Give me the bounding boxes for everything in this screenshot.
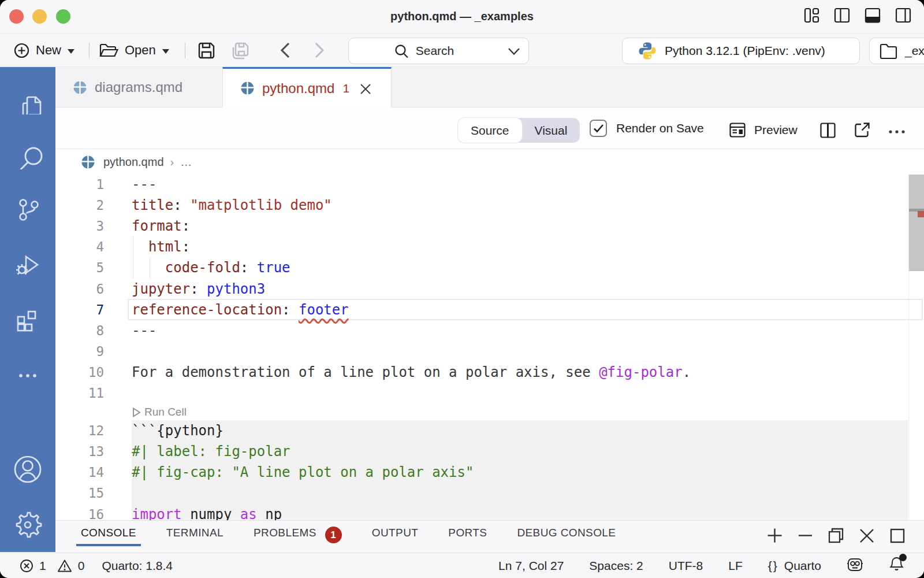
panel-restore-button[interactable] (828, 528, 844, 546)
preview-icon (729, 121, 746, 139)
open-in-new-window-button[interactable] (854, 121, 871, 141)
line-number: 3 (55, 216, 104, 236)
quarto-file-icon (240, 81, 255, 95)
toolbar-divider (89, 43, 90, 58)
activity-settings-icon[interactable] (0, 510, 55, 540)
code-line-4: html: (132, 236, 190, 257)
breadcrumb-more[interactable]: … (180, 155, 193, 169)
check-icon (593, 124, 604, 133)
split-editor-button[interactable] (819, 122, 836, 141)
panel-tab-output[interactable]: OUTPUT (372, 521, 419, 553)
panel-tab-label: DEBUG CONSOLE (517, 527, 616, 539)
activity-explorer-icon[interactable] (0, 84, 55, 114)
open-button[interactable]: Open (99, 34, 169, 66)
toggle-secondary-sidebar-icon[interactable] (895, 8, 911, 23)
tab-problem-badge: 1 (342, 81, 349, 95)
toolbar-divider (185, 43, 185, 58)
folder-icon (880, 43, 897, 59)
window-title: python.qmd — _examples (0, 0, 924, 34)
source-mode-button[interactable]: Source (458, 118, 522, 143)
interpreter-label: Python 3.12.1 (PipEnv: .venv) (665, 44, 825, 58)
panel-tab-label: PORTS (448, 527, 487, 539)
new-label: New (36, 43, 61, 58)
language-mode-status[interactable]: {} Quarto (768, 559, 821, 573)
save-all-button[interactable] (230, 34, 252, 66)
code-editor[interactable]: 12345678910111213141516 ---title: "matpl… (55, 175, 924, 520)
save-button[interactable] (197, 34, 216, 66)
panel-minimize-button[interactable] (798, 528, 813, 546)
run-cell-code-lens[interactable]: Run Cell (132, 403, 187, 421)
line-number: 8 (55, 320, 104, 341)
activity-search-icon[interactable] (0, 139, 55, 169)
warning-triangle-icon (57, 559, 72, 573)
panel-tab-console[interactable]: CONSOLE (81, 521, 136, 553)
line-number: 4 (55, 236, 104, 257)
customize-layout-icon[interactable] (804, 8, 819, 23)
workspace-selector[interactable]: _examples (869, 38, 924, 64)
more-actions-button[interactable] (888, 126, 906, 136)
problems-count-badge: 1 (325, 527, 342, 543)
navigate-forward-button[interactable] (314, 34, 326, 66)
problems-status[interactable]: 1 0 (20, 559, 84, 573)
line-number: 13 (55, 441, 104, 462)
quarto-version-status[interactable]: Quarto: 1.8.4 (102, 559, 173, 573)
tab-diagrams.qmd[interactable]: diagrams.qmd (55, 67, 222, 108)
chevron-right-icon (314, 42, 326, 59)
new-button[interactable]: New (14, 34, 74, 66)
bottom-panel: CONSOLETERMINALPROBLEMS1OUTPUTPORTSDEBUG… (55, 520, 924, 553)
search-icon (394, 44, 409, 58)
scrollbar-thumb[interactable] (909, 175, 924, 271)
app-window: python.qmd — _examples (0, 0, 924, 578)
notifications-bell[interactable] (889, 556, 904, 575)
panel-tab-terminal[interactable]: TERMINAL (166, 521, 223, 553)
cursor-position-status[interactable]: Ln 7, Col 27 (498, 559, 564, 573)
panel-tab-ports[interactable]: PORTS (448, 521, 487, 553)
toggle-sidebar-icon[interactable] (834, 8, 850, 23)
error-circle-icon (20, 559, 33, 573)
eol-status[interactable]: LF (728, 559, 743, 573)
navigate-back-button[interactable] (279, 34, 291, 66)
save-all-icon (230, 40, 252, 61)
breadcrumb: python.qmd › … (55, 149, 924, 175)
editor-tabs: diagrams.qmdpython.qmd1 (55, 67, 924, 108)
global-search-box[interactable]: Search (348, 38, 529, 64)
encoding-status[interactable]: UTF-8 (669, 559, 703, 573)
indentation-status[interactable]: Spaces: 2 (589, 559, 643, 573)
activity-extensions-icon[interactable] (0, 305, 55, 335)
top-action-bar: New Open (0, 34, 924, 67)
line-number: 15 (55, 483, 104, 503)
tab-python.qmd[interactable]: python.qmd1 (222, 67, 392, 108)
tab-label: diagrams.qmd (95, 79, 182, 95)
tab-close-icon[interactable] (359, 83, 372, 95)
render-on-save-checkbox[interactable] (590, 120, 607, 137)
breadcrumb-file[interactable]: python.qmd (103, 155, 164, 169)
panel-close-button[interactable] (859, 528, 874, 546)
code-line-3: format: (132, 216, 190, 236)
activity-run-and-debug-icon[interactable] (0, 250, 55, 280)
quarto-file-icon (81, 155, 95, 169)
interpreter-selector[interactable]: Python 3.12.1 (PipEnv: .venv) (622, 38, 860, 64)
code-line-2: title: "matplotlib demo" (132, 195, 332, 216)
assistant-face-icon (847, 557, 863, 572)
line-number: 16 (55, 504, 104, 521)
activity-account-icon[interactable] (0, 454, 55, 484)
preview-button[interactable]: Preview (729, 121, 798, 139)
panel-tab-problems[interactable]: PROBLEMS1 (254, 521, 342, 553)
plus-circle-icon (14, 43, 29, 58)
visual-mode-button[interactable]: Visual (522, 118, 580, 143)
code-line-8: --- (132, 320, 157, 341)
chevron-left-icon (279, 42, 291, 59)
panel-layout-button[interactable] (890, 528, 905, 546)
activity-source-control-icon[interactable] (0, 194, 55, 224)
play-icon (132, 407, 141, 417)
feedback-button[interactable] (847, 557, 863, 575)
panel-tab-debug-console[interactable]: DEBUG CONSOLE (517, 521, 616, 553)
panel-add-button[interactable] (767, 528, 783, 546)
activity-bar (0, 67, 55, 552)
line-number: 6 (55, 279, 104, 299)
activity-more-icon[interactable] (0, 361, 55, 391)
toggle-panel-icon[interactable] (865, 8, 881, 23)
line-number: 2 (55, 195, 104, 216)
chevron-down-icon (162, 49, 169, 54)
panel-tab-label: TERMINAL (166, 527, 223, 539)
